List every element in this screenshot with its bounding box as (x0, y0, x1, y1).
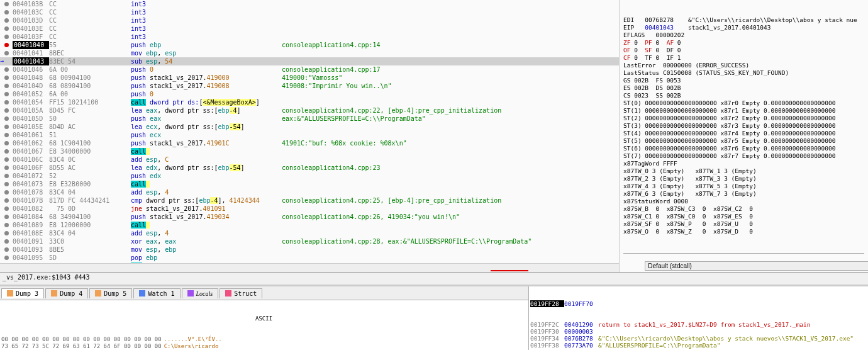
disasm-row[interactable]: 0040103ECCint3 (0, 25, 619, 33)
register-line: x87SW_B 0 x87SW_C3 0 x87SW_C2 0 (623, 205, 864, 213)
tab-icon (51, 290, 57, 296)
dump-ascii-header: ASCII (255, 315, 272, 322)
registers-pane[interactable]: EDI 0076B278 &"C:\\Users\\ricardo\\Deskt… (620, 0, 868, 272)
register-line: x87TW_0 3 (Empty) x87TW_1 3 (Empty) (623, 167, 864, 175)
dump-tab[interactable]: Struct (220, 288, 262, 298)
register-line: CS 0023 SS 002B (623, 92, 864, 99)
register-line: x87TagWord FFFF (623, 160, 864, 167)
disasm-row[interactable]: 004010938BE5mov esp, ebp (0, 246, 619, 254)
register-line: OF 0 SF 0 DF 0 (623, 47, 864, 54)
disassembly-pane[interactable]: → 0040103BCCint30040103CCCint30040103DCC… (0, 0, 620, 272)
register-line: GS 002B FS 0053 (623, 77, 864, 84)
disasm-row[interactable]: 0040106268 1C904100push stack1_vs_2017.4… (0, 139, 619, 147)
register-line: ST(2) 00000000000000000000 x87r2 Empty 0… (623, 115, 864, 122)
register-line: ST(5) 00000000000000000000 x87r5 Empty 0… (623, 137, 864, 145)
register-line: x87StatusWord 0000 (623, 198, 864, 205)
stack-top-addr: 0019FF28 (530, 300, 564, 307)
disasm-row[interactable]: 0040107252push edx (0, 172, 619, 180)
stack-top-val: 0019FF70 (564, 300, 598, 307)
disasm-row[interactable]: 004010526A 00push 0 (0, 90, 619, 98)
stack-row[interactable]: 0019FF2C00401290return to stack1_vs_2017… (530, 321, 867, 328)
disasm-row[interactable]: 0040105A8D45 FClea eax, dword ptr ss:[eb… (0, 106, 619, 115)
dump-tab[interactable]: Dump 3 (1, 288, 44, 298)
disasm-row[interactable]: 004010466A 00push 0consoleapplication4.c… (0, 65, 619, 74)
disasm-row[interactable]: 00401089E8 12000000call (0, 221, 619, 229)
status-bar: _vs_2017.exe:$1043 #443 (0, 272, 868, 285)
disasm-row[interactable]: 0040106C83C4 0Cadd esp, C (0, 155, 619, 164)
dump-tab[interactable]: Locals (182, 288, 219, 298)
tab-icon (7, 290, 13, 296)
register-line: ST(1) 00000000000000000000 x87r1 Empty 0… (623, 107, 864, 115)
register-line: x87SW_SF 0 x87SW_P 0 x87SW_U 0 (623, 220, 864, 228)
register-line: ES 002B DS 002B (623, 84, 864, 92)
disasm-row[interactable]: 0040103CCCint3 (0, 8, 619, 16)
stack-row[interactable]: 0019FF3000000003 (530, 328, 867, 335)
register-line: x87SW_C1 0 x87SW_C0 0 x87SW_ES 0 (623, 213, 864, 220)
dump-pane[interactable]: Dump 3Dump 4Dump 5Watch 1LocalsStruct AS… (0, 286, 528, 350)
register-line: LastStatus C0150008 (STATUS_SXS_KEY_NOT_… (623, 69, 864, 77)
register-line: x87TW_2 3 (Empty) x87TW_3 3 (Empty) (623, 175, 864, 183)
disasm-row[interactable]: 0040105E8D4D AClea ecx, dword ptr ss:[eb… (0, 123, 619, 131)
tab-icon (225, 290, 231, 296)
disasm-row[interactable]: 0040106F8D55 AClea edx, dword ptr ss:[eb… (0, 164, 619, 172)
stack-pane[interactable]: 0019FF28 0019FF70 0019FF2C00401290return… (528, 286, 868, 350)
disasm-row[interactable]: 0040105D50push eaxeax:&"ALLUSERSPROFILE=… (0, 115, 619, 123)
red-marker (491, 270, 528, 271)
register-line: EIP 00401043 stack1_vs_2017.00401043 (623, 24, 864, 31)
register-line: ST(7) 00000000000000000000 x87r7 Empty 0… (623, 152, 864, 160)
dump-tab[interactable]: Dump 4 (45, 288, 88, 298)
register-line: ST(6) 00000000000000000000 x87r6 Empty 0… (623, 145, 864, 152)
disasm-row[interactable]: 0040107B817D FC 44434241cmp dword ptr ss… (0, 196, 619, 205)
register-line: ZF 0 PF 0 AF 0 (623, 39, 864, 47)
register-line: x87TW_4 3 (Empty) x87TW_5 3 (Empty) (623, 183, 864, 190)
disasm-row[interactable]: 0040108468 34904100push stack1_vs_2017.4… (0, 213, 619, 221)
disasm-row[interactable]: 0040107883C4 04add esp, 4 (0, 188, 619, 196)
register-line: ST(3) 00000000000000000000 x87r3 Empty 0… (623, 122, 864, 130)
disasm-row[interactable]: 004010418BECmov ebp, esp (0, 49, 619, 57)
register-line: EFLAGS 00000202 (623, 31, 864, 39)
stack-row[interactable]: 0019FF340076B278&"C:\\Users\\ricardo\\De… (530, 335, 867, 342)
register-line: CF 0 TF 0 IF 1 (623, 54, 864, 62)
dump-tab-bar: Dump 3Dump 4Dump 5Watch 1LocalsStruct (0, 286, 528, 300)
dump-tab[interactable]: Watch 1 (133, 288, 180, 298)
disasm-row[interactable]: 00401073E8 E32B0000call (0, 180, 619, 188)
disasm-row[interactable]: 00401082 75 0Djne stack1_vs_2017.401091 (0, 205, 619, 213)
dump-tab[interactable]: Dump 5 (89, 288, 132, 298)
register-line: x87SW_O 0 x87SW_Z 0 x87SW_D 0 (623, 228, 864, 235)
tab-icon (187, 290, 194, 296)
calling-convention-select[interactable]: Default (stdcall) (645, 261, 868, 271)
tab-icon (139, 290, 145, 296)
disasm-row[interactable]: 0040104383EC 54sub esp, 54 (0, 57, 619, 65)
register-line: ST(4) 00000000000000000000 x87r4 Empty 0… (623, 130, 864, 137)
register-line: EDI 0076B278 &"C:\\Users\\ricardo\\Deskt… (623, 16, 864, 24)
disasm-row[interactable]: 0040104868 00904100push stack1_vs_2017.4… (0, 74, 619, 82)
disasm-row[interactable]: 004010955Dpop ebp (0, 254, 619, 262)
disasm-row[interactable]: 0040103DCCint3 (0, 16, 619, 25)
dump-row[interactable]: 00 00 00 00 00 00 00 00 00 00 00 00 00 0… (1, 336, 527, 343)
tab-icon (95, 290, 101, 296)
disasm-row[interactable]: 0040109133C0xor eax, eaxconsoleapplicati… (0, 237, 619, 246)
disasm-row[interactable]: 0040108E83C4 04add esp, 4 (0, 229, 619, 237)
disasm-row[interactable]: 0040104055push ebpconsoleapplication4.cp… (0, 41, 619, 49)
register-line: LastError 00000000 (ERROR_SUCCESS) (623, 62, 864, 69)
disasm-row[interactable]: 00401067E8 34000000call (0, 147, 619, 155)
stack-row[interactable]: 0019FF3800773A70&"ALLUSERSPROFILE=C:\\Pr… (530, 342, 867, 349)
disasm-row[interactable]: 0040106151push ecx (0, 131, 619, 139)
disasm-row[interactable]: 0040103BCCint3 (0, 0, 619, 8)
disasm-row[interactable]: 0040103FCCint3 (0, 33, 619, 41)
disasm-row[interactable]: 00401054FF15 10214100call dword ptr ds:[… (0, 98, 619, 106)
dump-row[interactable]: 73 65 72 73 5C 72 69 63 61 72 64 6F 00 0… (1, 343, 527, 350)
disasm-row[interactable]: 0040104D68 08904100push stack1_vs_2017.4… (0, 82, 619, 90)
register-line: ST(0) 00000000000000000000 x87r0 Empty 0… (623, 99, 864, 107)
register-line: x87TW_6 3 (Empty) x87TW_7 3 (Empty) (623, 190, 864, 198)
